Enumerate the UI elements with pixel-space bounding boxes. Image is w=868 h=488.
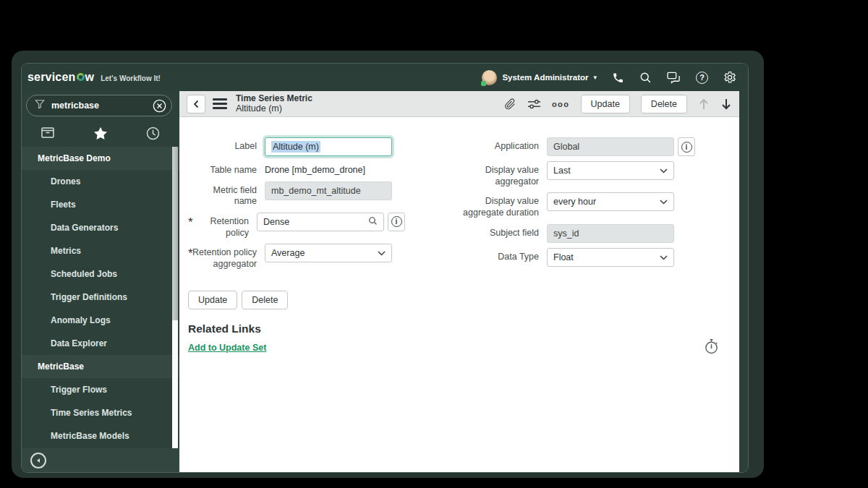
field-label: Label — [188, 137, 257, 153]
gear-icon[interactable] — [723, 71, 736, 84]
main-area: Time Series Metric Altitude (m) ooo Up — [179, 91, 748, 472]
next-record-icon[interactable] — [720, 98, 732, 111]
sidebar-footer — [22, 448, 179, 472]
form-header-actions: ooo Update Delete — [503, 95, 732, 114]
info-icon: i — [681, 142, 692, 153]
chevron-down-icon — [660, 197, 668, 207]
funnel-icon — [35, 99, 45, 112]
more-options-icon[interactable]: ooo — [552, 100, 570, 108]
form-column-right: Application Global i Display value aggre… — [463, 137, 695, 272]
data-type-select[interactable]: Float — [547, 248, 674, 267]
delete-button-header[interactable]: Delete — [641, 95, 687, 114]
chevron-down-icon — [378, 248, 386, 258]
field-row-subject-field: Subject field sys_id — [463, 224, 695, 243]
sidebar-item-trigger-flows[interactable]: Trigger Flows — [22, 378, 179, 401]
header-actions: System Administrator ▾ ? — [482, 70, 736, 85]
update-button-header[interactable]: Update — [581, 95, 630, 114]
field-label: Metric field name — [188, 181, 257, 207]
retention-policy-reference-input[interactable]: Dense — [257, 213, 384, 231]
field-row-table-name: Table name Drone [mb_demo_drone] — [188, 161, 405, 176]
sidebar-item-anomaly-logs[interactable]: Anomaly Logs — [22, 309, 179, 332]
add-to-update-set-link[interactable]: Add to Update Set — [188, 343, 266, 353]
field-label: Application — [463, 137, 539, 153]
sidebar-scrollbar[interactable] — [172, 147, 178, 448]
tab-history[interactable] — [127, 127, 179, 140]
sidebar-item-drones[interactable]: Drones — [22, 170, 179, 193]
sidebar-scrollbar-thumb[interactable] — [172, 147, 178, 320]
clear-filter-icon[interactable] — [153, 99, 166, 113]
application-input[interactable]: Global — [547, 137, 674, 156]
form-footer-actions: Update Delete — [188, 291, 739, 309]
servicenow-app: servicenw Let's Workflow It! System Admi… — [22, 64, 748, 472]
form-context-menu-icon[interactable] — [213, 98, 227, 109]
top-header-bar: servicenw Let's Workflow It! System Admi… — [22, 64, 748, 91]
sidebar-section-metricbase-demo[interactable]: MetricBase Demo — [22, 147, 179, 170]
field-label: *Retention policy aggregator — [188, 244, 257, 270]
sidebar-item-scheduled-jobs[interactable]: Scheduled Jobs — [22, 262, 179, 286]
retention-policy-info-button[interactable]: i — [388, 213, 405, 231]
help-glyph: ? — [699, 73, 705, 82]
related-links-heading: Related Links — [188, 322, 739, 335]
personalize-form-icon[interactable] — [527, 98, 541, 110]
table-name-value: Drone [mb_demo_drone] — [265, 161, 365, 175]
application-navigator: metricbase — [22, 91, 179, 472]
field-row-metric-field-name: Metric field name mb_demo_mt_altitude — [188, 181, 405, 207]
selected-text: Altitude (m) — [271, 141, 320, 153]
metric-field-name-input[interactable]: mb_demo_mt_altitude — [265, 181, 392, 200]
sidebar-item-trigger-definitions[interactable]: Trigger Definitions — [22, 286, 179, 309]
reference-lookup-icon[interactable] — [368, 216, 378, 228]
chat-icon[interactable] — [667, 72, 681, 84]
field-label: *Retention policy — [188, 213, 249, 239]
attachment-icon[interactable] — [503, 98, 516, 111]
field-label: Display value aggregate duration — [463, 192, 539, 218]
form-title-table: Time Series Metric — [236, 93, 312, 103]
application-info-button[interactable]: i — [678, 137, 695, 156]
chevron-down-icon — [660, 252, 668, 262]
form-content: Label Altitude (m) Table name Drone [mb_… — [179, 117, 739, 472]
sidebar-item-data-generators[interactable]: Data Generators — [22, 216, 179, 239]
servicenow-logo[interactable]: servicenw Let's Workflow It! — [27, 71, 161, 84]
chevron-down-icon — [660, 166, 668, 176]
tab-all-applications[interactable] — [22, 127, 75, 140]
form-column-left: Label Altitude (m) Table name Drone [mb_… — [188, 137, 405, 275]
avatar — [482, 70, 497, 85]
collapse-sidebar-button[interactable] — [30, 453, 46, 468]
phone-icon[interactable] — [612, 72, 624, 84]
logo-text: servicenw — [27, 71, 94, 84]
back-button[interactable] — [187, 95, 205, 114]
field-row-retention-policy: *Retention policy Dense i — [188, 213, 405, 239]
field-row-label: Label Altitude (m) — [188, 137, 405, 156]
mandatory-icon: * — [188, 246, 193, 261]
sidebar-item-fleets[interactable]: Fleets — [22, 193, 179, 216]
delete-button[interactable]: Delete — [242, 291, 288, 309]
search-icon[interactable] — [639, 72, 652, 84]
subject-field-input[interactable]: sys_id — [547, 224, 674, 243]
user-menu[interactable]: System Administrator ▾ — [482, 70, 597, 85]
user-name: System Administrator — [502, 73, 588, 82]
help-icon[interactable]: ? — [696, 72, 708, 84]
field-row-retention-policy-aggregator: *Retention policy aggregator Average — [188, 244, 405, 270]
filter-row: metricbase — [22, 91, 179, 119]
sidebar-section-metricbase[interactable]: MetricBase — [22, 355, 179, 378]
field-label: Display value aggregator — [463, 161, 539, 187]
sidebar-item-metricbase-models[interactable]: MetricBase Models — [22, 424, 179, 448]
sidebar-item-time-series-metrics[interactable]: Time Series Metrics — [22, 401, 179, 424]
mandatory-icon: * — [188, 215, 193, 230]
logo-tagline: Let's Workflow It! — [101, 74, 161, 82]
response-time-stopwatch-icon[interactable] — [704, 338, 719, 358]
display-value-aggregator-select[interactable]: Last — [547, 161, 674, 180]
logo-o-ring-icon — [77, 73, 85, 81]
app-body: metricbase — [22, 91, 748, 472]
retention-policy-aggregator-select[interactable]: Average — [265, 244, 392, 262]
filter-navigator-input[interactable]: metricbase — [26, 95, 172, 116]
display-value-aggregate-duration-select[interactable]: every hour — [547, 192, 674, 211]
previous-record-icon[interactable] — [698, 98, 710, 111]
presence-dot-icon — [481, 81, 486, 86]
tab-favorites[interactable] — [75, 127, 127, 140]
sidebar-item-metrics[interactable]: Metrics — [22, 239, 179, 262]
update-button[interactable]: Update — [188, 291, 237, 309]
field-row-application: Application Global i — [463, 137, 695, 156]
label-input[interactable]: Altitude (m) — [265, 137, 392, 156]
sidebar-item-data-explorer[interactable]: Data Explorer — [22, 332, 179, 355]
form-header-toolbar: Time Series Metric Altitude (m) ooo Up — [179, 91, 739, 117]
